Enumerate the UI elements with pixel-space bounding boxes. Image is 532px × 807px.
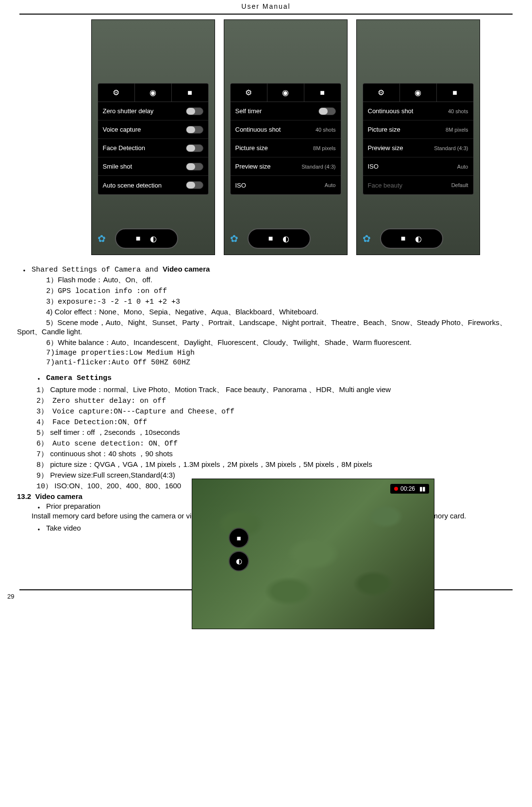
pause-icon: ▮▮ [419,485,425,492]
setting-row: Smile shot [98,157,208,176]
page-header: User Manual [0,0,532,13]
gear-icon: ✿ [363,233,374,244]
video-icon: ■ [452,88,457,97]
shutter-icon: ◐ [415,234,422,243]
list-item: 5）Scene mode，Auto、Night、Sunset、Party 、Po… [17,318,515,337]
video-icon: ■ [320,88,325,97]
screenshots-row: ⚙ ◉ ■ Zero shutter delay Voice capture F… [39,19,532,255]
toggle-icon [186,126,203,134]
shutter-icon: ◐ [150,234,157,243]
videocam-icon: ■ [136,234,141,243]
record-dot-icon [394,487,398,491]
video-screenshot: 00:26 ▮▮ ■ ◐ [192,479,434,629]
list-item: 7)anti-flicker:Auto Off 50HZ 60HZ [46,359,515,367]
camera-icon: ◉ [415,88,421,97]
recording-timer: 00:26 ▮▮ [390,484,429,494]
list-item: 2） Zero shutter delay: on off [36,396,515,405]
gear-icon: ✿ [98,233,109,244]
shutter-icon: ◐ [236,557,242,566]
camera-settings-heading: ● Camera Settings [32,374,515,382]
toggle-icon [186,163,203,171]
shared-settings-heading: ● Shared Settings of Camera and Video ca… [17,265,515,274]
list-item: 7)image properties:Low Medium High [46,349,515,357]
videocam-icon: ■ [401,234,406,243]
toggle-icon [186,144,203,152]
list-item: 2）GPS location info :on off [46,286,515,295]
setting-row: Zero shutter delay [98,102,208,120]
list-item: 4) Color effect：None、Mono、Sepia、Negative… [46,308,515,317]
toggle-icon [186,181,203,189]
gear-icon: ✿ [230,233,242,244]
list-item: 5） self timer：off ，2seconds ，10seconds [36,428,515,437]
sliders-icon: ⚙ [378,88,384,97]
list-item: 7） continuous shot：40 shots ，90 shots [36,449,515,459]
list-item: 3） Voice capture:ON---Capture and Cheese… [36,407,515,416]
header-rule [19,14,513,15]
setting-row: Face Detection [98,139,208,157]
list-item: 3）exposure:-3 -2 -1 0 +1 +2 +3 [46,297,515,306]
list-item: 8） picture size：QVGA，VGA，1M pixels，1.3M … [36,460,515,469]
screenshot-1: ⚙ ◉ ■ Zero shutter delay Voice capture F… [91,19,215,255]
video-icon: ■ [187,88,192,97]
toggle-icon [186,107,203,115]
sliders-icon: ⚙ [245,88,252,97]
capture-pill: ■ ◐ [248,228,311,249]
screenshot-3: ⚙ ◉ ■ Continuous shot40 shots Picture si… [356,19,480,255]
shutter-button: ◐ [229,551,249,571]
toggle-icon [318,107,336,115]
list-item: 6）White balance：Auto、Incandescent、Daylig… [46,338,515,347]
list-item: 1）Flash mode：Auto、On、off. [46,275,515,285]
video-mode-button: ■ [229,528,249,548]
setting-row: Voice capture [98,120,208,139]
capture-pill: ■ ◐ [380,228,443,249]
setting-row: Auto scene detection [98,176,208,194]
screenshot-2: ⚙ ◉ ■ Self timer Continuous shot40 shots… [224,19,348,255]
capture-pill: ■ ◐ [115,228,178,249]
list-item: 4） Face Detection:ON、Off [36,417,515,427]
list-item: 6） Auto scene detection: ON、Off [36,439,515,448]
shutter-icon: ◐ [283,234,289,243]
tab-video: ■ [172,84,208,102]
sliders-icon: ⚙ [113,88,119,97]
videocam-icon: ■ [236,534,241,542]
camera-icon: ◉ [150,88,156,97]
tab-camera: ◉ [135,84,172,102]
camera-icon: ◉ [282,88,289,97]
list-item: 1） Capture mode：normal、Live Photo、Motion… [36,385,515,395]
tab-sliders: ⚙ [98,84,135,102]
videocam-icon: ■ [268,234,273,243]
